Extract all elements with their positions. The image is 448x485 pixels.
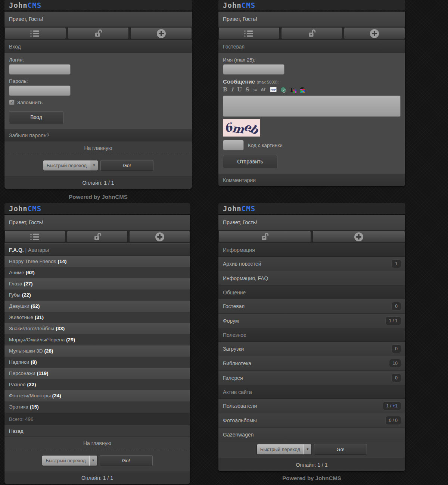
plus-icon [156, 29, 166, 38]
menu-section-title: Общение [218, 286, 405, 299]
captcha-code-input[interactable] [223, 140, 244, 150]
menu-item-info-faq[interactable]: Информация, FAQ [218, 271, 405, 286]
menu-item-downloads[interactable]: Загрузки 0 [218, 342, 405, 356]
captcha-image[interactable]: 6 m e b [223, 119, 260, 137]
nav-menu-button[interactable] [4, 28, 66, 39]
message-label: Сообщение [223, 78, 255, 85]
underline-icon[interactable]: U [237, 87, 242, 93]
section-title-guestbook: Гостевая [218, 40, 405, 53]
menu-item-badge: 0 [391, 302, 401, 311]
category-count: (14) [58, 259, 67, 264]
fill-color-icon[interactable] [299, 87, 306, 93]
strikethrough-icon[interactable]: S [246, 87, 249, 93]
link-globe-icon[interactable] [280, 87, 286, 93]
category-row[interactable]: Эротика(15) [4, 401, 190, 413]
logo-cms: CMS [242, 1, 255, 9]
go-button[interactable]: Go! [314, 444, 367, 455]
logo-bar: JohnCMS [4, 203, 190, 214]
home-link[interactable]: На главную [4, 141, 192, 155]
logo-john: John [9, 1, 28, 9]
menu-item-guestbook[interactable]: Гостевая 0 [218, 299, 405, 314]
select-value: Быстрый переход [257, 444, 304, 454]
list-bbcode-icon[interactable]: :≡ [253, 87, 257, 93]
name-input[interactable] [223, 64, 284, 75]
menu-item-gallery[interactable]: Галерея 0 [218, 371, 405, 385]
menu-item-photo-albums[interactable]: Фотоальбомы 0 / 0 [218, 413, 405, 428]
category-row[interactable]: Happy Three Friends(14) [4, 256, 190, 267]
category-row[interactable]: Морды/Смайлы/Черепа(29) [4, 334, 190, 345]
php-code-icon[interactable]: PHP [270, 87, 277, 92]
text-color-icon[interactable]: T [290, 87, 296, 93]
nav-register-button[interactable] [312, 231, 405, 242]
nav-menu-button[interactable] [218, 28, 280, 39]
category-row[interactable]: Губы(22) [4, 290, 190, 301]
remember-label: Запомнить [17, 100, 43, 105]
category-count: (62) [26, 270, 35, 275]
logo-cms: CMS [28, 1, 41, 9]
menu-item-gazenwagen[interactable]: Gazenwagen [218, 428, 405, 441]
menu-item-library[interactable]: Библиотека 10 [218, 356, 405, 371]
menu-item-news-archive[interactable]: Архив новостей 1 [218, 257, 405, 271]
nav-login-button[interactable] [67, 231, 128, 242]
go-button[interactable]: Go! [100, 455, 153, 466]
bold-icon[interactable]: B [223, 87, 227, 93]
home-link[interactable]: На главную [4, 436, 190, 450]
online-status: Онлайн: 1 / 1 [4, 472, 190, 484]
powered-by-link[interactable]: Powered by JohnCMS [218, 475, 405, 481]
greeting-text: Привет, Гость! [218, 12, 405, 27]
johncms-logo: JohnCMS [9, 1, 41, 9]
category-row[interactable]: Аниме(62) [4, 267, 190, 278]
captcha-hint: Код с картинки [248, 143, 283, 148]
menu-item-badge: 0 / 0 [385, 416, 401, 425]
italic-icon[interactable]: I [231, 87, 234, 93]
nav-login-button[interactable] [218, 231, 311, 242]
category-list: Happy Three Friends(14) Аниме(62) Глаза(… [4, 256, 190, 413]
forgot-password-link[interactable]: Забыли пароль? [4, 129, 192, 141]
logo-john: John [9, 204, 28, 213]
breadcrumb-faq-link[interactable]: F.A.Q. [9, 247, 24, 253]
greeting-text: Привет, Гость! [4, 215, 190, 230]
nav-login-button[interactable] [281, 28, 342, 39]
nav-menu-button[interactable] [4, 231, 65, 242]
nav-register-button[interactable] [344, 28, 405, 39]
login-form: Логин: Пароль: ✓ Запомнить Вход [4, 53, 192, 129]
category-row[interactable]: Персонажи(119) [4, 368, 190, 379]
nav-login-button[interactable] [68, 28, 129, 39]
category-count: (8) [31, 359, 37, 365]
nav-register-button[interactable] [130, 28, 192, 39]
message-textarea[interactable] [223, 96, 401, 117]
menu-item-forum[interactable]: Форум 1 / 1 [218, 314, 405, 328]
guestbook-page-panel: JohnCMS Привет, Гость! Гостевая [218, 0, 405, 186]
johncms-logo: JohnCMS [9, 204, 41, 213]
password-input[interactable] [9, 85, 71, 96]
category-row[interactable]: Животные(31) [4, 312, 190, 323]
quick-nav-select[interactable]: Быстрый переход ▼ [42, 455, 97, 466]
quote-icon[interactable]: “ [261, 90, 266, 94]
category-row[interactable]: Фэнтези/Монстры(24) [4, 390, 190, 401]
quick-nav-select[interactable]: Быстрый переход ▼ [43, 160, 98, 171]
category-row[interactable]: Надписи(8) [4, 357, 190, 368]
go-button[interactable]: Go! [100, 160, 153, 171]
category-row[interactable]: Знаки/Лого/Лейблы(33) [4, 323, 190, 334]
powered-by-link[interactable]: Powered by JohnCMS [4, 194, 192, 200]
logo-cms: CMS [28, 204, 41, 213]
menu-item-badge: 1 / 1 [385, 316, 401, 325]
chevron-down-icon: ▼ [90, 160, 98, 170]
category-row[interactable]: Глаза(27) [4, 278, 190, 290]
category-row[interactable]: Разное(22) [4, 379, 190, 390]
category-row[interactable]: Мультяшки 3D(28) [4, 345, 190, 357]
nav-register-button[interactable] [129, 231, 190, 242]
password-label: Пароль: [9, 78, 187, 84]
category-row[interactable]: Девушки(62) [4, 301, 190, 312]
logo-john: John [223, 1, 242, 9]
back-link[interactable]: Назад [4, 425, 190, 436]
nav-bar [4, 230, 190, 243]
nav-bar [4, 27, 192, 40]
menu-item-users[interactable]: Пользователи 1 / +1 [218, 399, 405, 413]
plus-icon [370, 29, 379, 38]
remember-checkbox[interactable]: ✓ [9, 100, 15, 105]
quick-nav-select[interactable]: Быстрый переход ▼ [256, 444, 312, 455]
login-input[interactable] [9, 64, 71, 75]
send-button[interactable]: Отправить [223, 155, 277, 168]
login-submit-button[interactable]: Вход [9, 111, 63, 123]
